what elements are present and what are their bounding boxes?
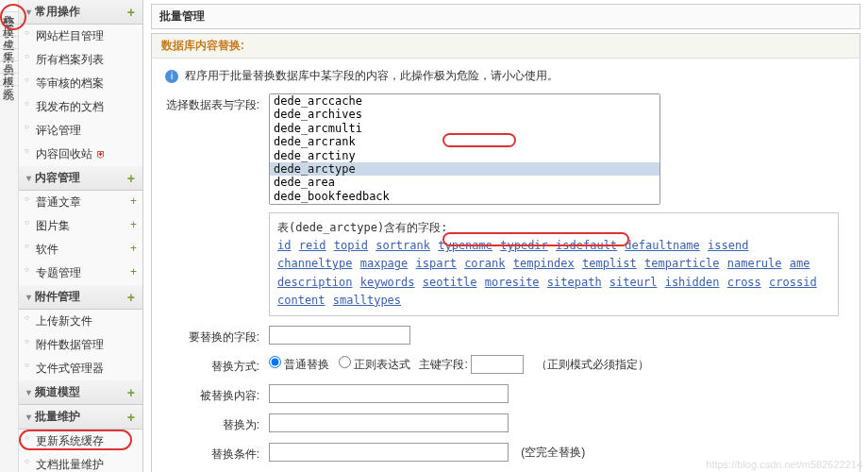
chevron-icon: ▾ — [26, 173, 31, 183]
field-link[interactable]: sitepath — [547, 276, 602, 289]
sidebar-item-0-4[interactable]: 评论管理 — [19, 119, 142, 143]
chevron-icon: ▾ — [26, 292, 31, 302]
field-to-replace-input[interactable] — [269, 326, 410, 345]
field-link[interactable]: channeltype — [277, 257, 352, 270]
field-link[interactable]: typedir — [500, 239, 548, 252]
field-link[interactable]: typename — [438, 239, 492, 252]
chevron-icon: ▾ — [26, 7, 31, 17]
radio-normal-replace[interactable] — [269, 356, 281, 368]
field-link[interactable]: content — [277, 294, 326, 307]
sidebar-item-0-3[interactable]: 我发布的文档 — [19, 95, 142, 119]
plus-icon: + — [130, 194, 137, 208]
field-link[interactable]: maxpage — [360, 257, 409, 270]
plus-icon: + — [127, 290, 135, 305]
field-link[interactable]: keywords — [360, 276, 415, 289]
sidebar-item-1-2[interactable]: 软件+ — [19, 238, 142, 261]
replace-to-input[interactable] — [269, 413, 509, 432]
field-link[interactable]: id — [277, 239, 291, 252]
sidebar-item-2-0[interactable]: 上传新文件 — [19, 310, 142, 333]
accordion-head-2[interactable]: ▾附件管理+ — [19, 285, 142, 310]
vtab-1[interactable]: 模块 — [0, 12, 18, 25]
label-pk-field: 主键字段: — [419, 358, 467, 371]
plus-icon: + — [130, 265, 137, 278]
table-option[interactable]: dede_arcmulti — [270, 122, 659, 135]
field-link[interactable]: topid — [334, 239, 368, 252]
vtab-6[interactable]: 系统 — [0, 74, 18, 86]
sidebar-item-4-1[interactable]: 文档批量维护 — [19, 453, 142, 472]
vtab-3[interactable]: 采集 — [0, 37, 18, 49]
accordion-head-0[interactable]: ▾常用操作+ — [19, 0, 142, 25]
table-option[interactable]: dede_arccache — [270, 94, 659, 108]
field-link[interactable]: ispart — [416, 257, 457, 270]
field-link[interactable]: sortrank — [376, 239, 430, 252]
page-title: 批量管理 — [151, 4, 860, 29]
table-option[interactable]: dede_arctype — [270, 162, 659, 176]
plus-icon: + — [130, 218, 137, 231]
shield-icon: ⛨ — [96, 149, 106, 160]
field-link[interactable]: smalltypes — [333, 294, 401, 307]
sidebar-item-1-0[interactable]: 普通文章+ — [19, 191, 142, 214]
label-field-to-replace: 要替换的字段: — [165, 326, 269, 346]
table-option[interactable]: dede_channeltype — [270, 203, 659, 205]
fields-box: 表(dede_arctype)含有的字段: id reid topid sort… — [269, 212, 839, 316]
field-link[interactable]: tempindex — [513, 257, 575, 270]
table-option[interactable]: dede_arcrank — [270, 135, 659, 148]
alert-text: 程序用于批量替换数据库中某字段的内容，此操作极为危险，请小心使用。 — [185, 69, 559, 82]
sidebar-item-0-2[interactable]: 等审核的档案 — [19, 72, 142, 95]
chevron-icon: ▾ — [26, 412, 31, 422]
radio-regex-replace[interactable] — [339, 356, 351, 368]
table-list-select[interactable]: dede_arccachedede_archivesdede_arcmultid… — [269, 93, 660, 205]
table-option[interactable]: dede_arctiny — [270, 149, 659, 162]
sidebar-item-4-0[interactable]: 更新系统缓存 — [19, 430, 142, 453]
accordion-head-3[interactable]: ▾频道模型+ — [19, 380, 142, 405]
watermark: https://blog.csdn.net/m582622214 — [706, 459, 862, 470]
label-replace-mode: 替换方式: — [165, 355, 269, 375]
sidebar-item-2-2[interactable]: 文件式管理器 — [19, 357, 142, 380]
label-replace-cond: 替换条件: — [165, 443, 269, 463]
field-link[interactable]: reid — [299, 239, 326, 252]
replaced-content-input[interactable] — [269, 384, 509, 403]
sidebar-item-1-3[interactable]: 专题管理+ — [19, 261, 142, 285]
field-link[interactable]: issend — [708, 239, 748, 252]
accordion-head-1[interactable]: ▾内容管理+ — [19, 166, 142, 191]
sidebar-item-0-1[interactable]: 所有档案列表 — [19, 48, 142, 72]
radio-regex-label[interactable]: 正则表达式 — [339, 358, 410, 371]
fields-link-list: id reid topid sortrank typename typedir … — [277, 237, 830, 310]
field-link[interactable]: description — [277, 276, 352, 289]
pk-field-input[interactable] — [471, 355, 524, 374]
field-link[interactable]: defaultname — [625, 239, 699, 252]
sidebar-item-0-5[interactable]: 内容回收站⛨ — [19, 143, 142, 166]
sidebar-item-2-1[interactable]: 附件数据管理 — [19, 333, 142, 357]
table-option[interactable]: dede_archives — [270, 108, 659, 121]
sidebar-item-1-1[interactable]: 图片集+ — [19, 214, 142, 238]
field-link[interactable]: moresite — [485, 276, 540, 289]
table-option[interactable]: dede_area — [270, 176, 659, 189]
field-link[interactable]: siteurl — [609, 276, 658, 289]
table-option[interactable]: dede_bookfeedback — [270, 190, 659, 203]
field-link[interactable]: namerule — [727, 257, 782, 270]
field-link[interactable]: isdefault — [556, 239, 617, 252]
field-link[interactable]: temparticle — [644, 257, 719, 270]
field-link[interactable]: ishidden — [665, 276, 720, 289]
info-icon: i — [165, 70, 178, 83]
sidebar-item-0-0[interactable]: 网站栏目管理 — [19, 25, 142, 48]
left-vertical-tabs: 核心模块生成采集会员模板系统 — [0, 0, 19, 472]
field-link[interactable]: cross — [727, 276, 761, 289]
field-link[interactable]: corank — [464, 257, 505, 270]
field-link[interactable]: crossid — [769, 276, 817, 289]
radio-normal-label[interactable]: 普通替换 — [269, 358, 329, 371]
vtab-4[interactable]: 会员 — [0, 49, 18, 61]
accordion-head-4[interactable]: ▾批量维护+ — [19, 405, 142, 430]
field-link[interactable]: templist — [582, 257, 637, 270]
sidebar-menu: ▾常用操作+网站栏目管理所有档案列表等审核的档案我发布的文档评论管理内容回收站⛨… — [19, 0, 143, 472]
label-replace-to: 替换为: — [165, 413, 269, 433]
vtab-5[interactable]: 模板 — [0, 61, 18, 74]
label-replaced-content: 被替换内容: — [165, 384, 269, 404]
field-link[interactable]: ame — [790, 257, 810, 270]
regex-hint: （正则模式必须指定） — [536, 358, 649, 371]
vtab-0[interactable]: 核心 — [0, 0, 18, 12]
plus-icon: + — [127, 5, 135, 20]
replace-cond-input[interactable] — [269, 443, 509, 462]
vtab-2[interactable]: 生成 — [0, 25, 18, 37]
field-link[interactable]: seotitle — [423, 276, 477, 289]
